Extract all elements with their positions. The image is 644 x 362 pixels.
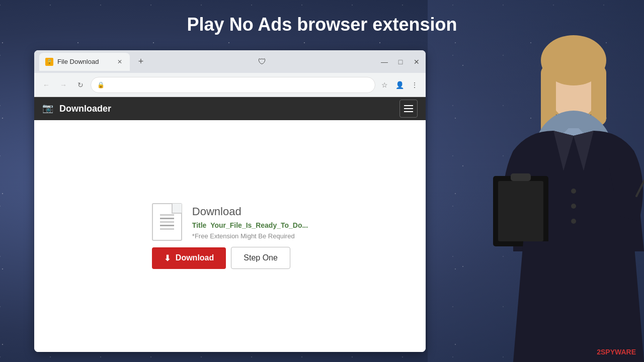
watermark-prefix: 2SPYWAR xyxy=(597,348,631,356)
browser-titlebar: 🔒 File Download ✕ + 🛡 — □ ✕ xyxy=(34,50,426,73)
hamburger-menu-button[interactable] xyxy=(399,100,418,118)
page-title: Play No Ads browser extension xyxy=(187,14,457,35)
browser-addressbar: ← → ↻ 🔒 ☆ 👤 ⋮ xyxy=(34,73,426,97)
window-controls: — □ ✕ xyxy=(380,58,421,66)
watermark-suffix: E xyxy=(631,348,636,356)
shield-icon: 🛡 xyxy=(257,57,267,67)
minimize-button[interactable]: — xyxy=(380,58,388,66)
file-name: Your_File_Is_Ready_To_Do... xyxy=(210,221,308,229)
new-tab-button[interactable]: + xyxy=(134,55,148,69)
zip-line-3 xyxy=(160,221,174,223)
tab-close-button[interactable]: ✕ xyxy=(116,58,124,66)
close-button[interactable]: ✕ xyxy=(413,58,421,66)
browser-tab[interactable]: 🔒 File Download ✕ xyxy=(39,53,130,71)
watermark-text: 2SPYWARE xyxy=(597,348,636,356)
svg-rect-11 xyxy=(511,173,531,181)
downloader-logo: 📷 Downloader xyxy=(42,103,111,115)
zip-line-4 xyxy=(160,225,174,226)
svg-point-14 xyxy=(571,189,576,194)
svg-rect-10 xyxy=(498,181,543,241)
svg-point-16 xyxy=(571,219,576,224)
file-icon xyxy=(152,203,182,241)
tab-favicon: 🔒 xyxy=(45,58,53,66)
forward-button[interactable]: → xyxy=(56,78,70,92)
zip-line-1 xyxy=(160,214,174,216)
more-options-icon[interactable]: ⋮ xyxy=(409,79,421,91)
downloader-navbar: 📷 Downloader xyxy=(34,97,426,120)
address-right-icons: ☆ 👤 ⋮ xyxy=(378,79,421,91)
person-svg xyxy=(428,0,644,362)
hamburger-line-1 xyxy=(404,105,413,106)
download-arrow-icon: ⬇ xyxy=(164,253,171,263)
download-buttons: ⬇ Download Step One xyxy=(152,247,290,269)
download-button[interactable]: ⬇ Download xyxy=(152,247,226,269)
profile-icon[interactable]: 👤 xyxy=(393,79,406,91)
camera-icon: 📷 xyxy=(42,103,54,115)
download-card: Download Title Your_File_Is_Ready_To_Do.… xyxy=(142,193,318,279)
tab-title: File Download xyxy=(57,58,112,65)
address-bar[interactable]: 🔒 xyxy=(91,77,375,93)
watermark: 2SPYWARE xyxy=(597,348,636,356)
zip-line-2 xyxy=(160,218,174,219)
download-filename: Title Your_File_Is_Ready_To_Do... xyxy=(192,221,308,229)
person-figure xyxy=(428,0,644,362)
browser-content: Download Title Your_File_Is_Ready_To_Do.… xyxy=(34,120,426,352)
svg-point-15 xyxy=(571,204,576,209)
reload-button[interactable]: ↻ xyxy=(73,78,88,92)
zip-lines xyxy=(160,214,174,230)
download-text-info: Download Title Your_File_Is_Ready_To_Do.… xyxy=(192,203,308,240)
download-heading: Download xyxy=(192,205,308,218)
hamburger-line-2 xyxy=(404,108,413,109)
browser-window: 🔒 File Download ✕ + 🛡 — □ ✕ ← → ↻ 🔒 ☆ xyxy=(34,50,426,352)
app-name: Downloader xyxy=(59,104,111,114)
lock-icon: 🔒 xyxy=(97,81,105,88)
bookmark-icon[interactable]: ☆ xyxy=(378,79,390,91)
file-label: Title xyxy=(192,221,207,229)
download-button-label: Download xyxy=(176,253,214,262)
hamburger-line-3 xyxy=(404,111,413,112)
zip-line-5 xyxy=(160,228,174,230)
maximize-button[interactable]: □ xyxy=(396,58,405,66)
back-button[interactable]: ← xyxy=(39,78,53,92)
download-info: Download Title Your_File_Is_Ready_To_Do.… xyxy=(152,203,308,241)
step-one-button[interactable]: Step One xyxy=(231,247,290,269)
extension-note: *Free Extension Might Be Required xyxy=(192,232,308,240)
